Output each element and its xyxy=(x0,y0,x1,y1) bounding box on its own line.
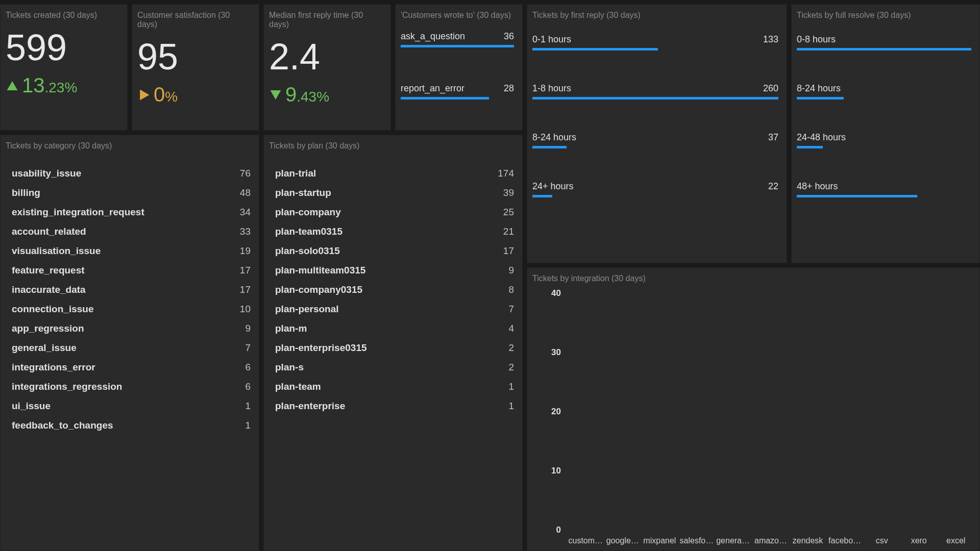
trend-value-frac: % xyxy=(165,90,178,104)
panel-by-category: Tickets by category (30 days) usability_… xyxy=(0,135,259,551)
list-label: usability_issue xyxy=(12,168,81,179)
list-row: plan-company25 xyxy=(264,203,522,222)
list-label: plan-enterprise xyxy=(275,400,345,412)
wrote-to-row: report_an_error28 xyxy=(396,81,522,113)
list-row: inaccurate_data17 xyxy=(1,280,259,299)
panel-title: Tickets by full resolve (30 days) xyxy=(792,5,979,24)
list-value: 10 xyxy=(240,304,251,315)
x-tick: mixpanel xyxy=(641,536,678,545)
list-label: plan-personal xyxy=(275,304,339,315)
bucket-row: 48+ hours xyxy=(792,179,979,228)
panel-tickets-created: Tickets created (30 days) 599 13.23% xyxy=(0,4,128,131)
x-tick: google… xyxy=(604,536,642,545)
list-value: 17 xyxy=(503,245,514,257)
list-label: integrations_error xyxy=(12,362,95,373)
panel-title: Tickets by category (30 days) xyxy=(1,135,259,155)
y-tick: 40 xyxy=(551,288,561,298)
list-label: plan-solo0315 xyxy=(275,245,340,257)
list-label: general_issue xyxy=(12,342,77,354)
list-value: 17 xyxy=(240,284,251,295)
list-label: account_related xyxy=(12,226,86,237)
list-value: 39 xyxy=(503,187,514,198)
bucket-row: 1-8 hours260 xyxy=(527,81,787,130)
x-tick: csv xyxy=(863,536,900,545)
trend: 13.23% xyxy=(1,66,127,95)
list-row: plan-personal7 xyxy=(264,299,522,319)
trend-value-frac: .43% xyxy=(297,90,329,104)
bucket-value: 22 xyxy=(768,181,778,192)
list-row: plan-multiteam03159 xyxy=(264,261,522,280)
x-tick: custom… xyxy=(567,536,604,545)
list-value: 8 xyxy=(508,284,514,295)
list-row: integrations_error6 xyxy=(1,358,259,377)
trend-value-int: 9 xyxy=(285,84,297,105)
panel-by-integration: Tickets by integration (30 days) 0102030… xyxy=(527,267,980,551)
stat-value: 599 xyxy=(1,24,127,66)
bar-value: 28 xyxy=(504,83,514,94)
bucket-row: 0-8 hours xyxy=(792,32,979,81)
y-tick: 0 xyxy=(556,525,561,535)
list-value: 6 xyxy=(245,381,251,392)
list-value: 19 xyxy=(240,245,251,257)
list-row: plan-team1 xyxy=(264,377,522,396)
x-tick: facebo… xyxy=(826,536,864,545)
x-tick: excel xyxy=(937,536,974,545)
list-value: 34 xyxy=(240,207,251,218)
y-tick: 30 xyxy=(551,347,561,358)
list-value: 1 xyxy=(508,381,514,392)
y-tick: 20 xyxy=(551,407,561,417)
x-tick: zendesk xyxy=(789,536,826,545)
bucket-label: 8-24 hours xyxy=(532,132,576,143)
bucket-label: 0-8 hours xyxy=(797,34,836,45)
list-row: plan-startup39 xyxy=(264,183,522,203)
bar-chart: 010203040 xyxy=(543,293,974,530)
y-tick: 10 xyxy=(551,466,561,476)
panel-title: Tickets by first reply (30 days) xyxy=(527,5,787,24)
bucket-row: 24+ hours22 xyxy=(527,179,787,228)
trend: 9.43% xyxy=(264,75,390,105)
bucket-label: 0-1 hours xyxy=(532,34,571,45)
bucket-row: 8-24 hours xyxy=(792,81,979,130)
list-value: 48 xyxy=(240,187,251,198)
list-row: ui_issue1 xyxy=(1,396,259,416)
panel-title: Tickets by plan (30 days) xyxy=(264,135,522,155)
list-row: plan-trial174 xyxy=(264,164,522,183)
panel-title: 'Customers wrote to' (30 days) xyxy=(396,5,522,24)
list-row: app_regression9 xyxy=(1,319,259,338)
list-label: existing_integration_request xyxy=(12,207,144,218)
list-label: plan-m xyxy=(275,323,307,334)
list-row: plan-enterprise1 xyxy=(264,396,522,416)
panel-title: Customer satisfaction (30 days) xyxy=(132,5,259,33)
bucket-row: 8-24 hours37 xyxy=(527,130,787,179)
list-value: 6 xyxy=(245,362,251,373)
list-value: 174 xyxy=(498,168,514,179)
wrote-to-row: ask_a_question36 xyxy=(396,29,522,61)
panel-first-reply: Median first reply time (30 days) 2.4 9.… xyxy=(263,4,391,131)
list-row: plan-team031521 xyxy=(264,222,522,241)
list-label: app_regression xyxy=(12,323,84,334)
list-row: plan-enterprise03152 xyxy=(264,338,522,358)
list-row: account_related33 xyxy=(1,222,259,241)
bar-value: 36 xyxy=(504,31,514,42)
panel-by-plan: Tickets by plan (30 days) plan-trial174p… xyxy=(263,135,523,551)
trend-value-frac: .23% xyxy=(45,81,78,95)
list-row: connection_issue10 xyxy=(1,299,259,319)
bucket-row: 0-1 hours133 xyxy=(527,32,787,81)
panel-title: Median first reply time (30 days) xyxy=(264,5,390,33)
bucket-label: 24+ hours xyxy=(532,181,574,192)
list-value: 9 xyxy=(245,323,251,334)
list-label: integrations_regression xyxy=(12,381,122,392)
list-value: 2 xyxy=(508,362,514,373)
list-row: billing48 xyxy=(1,183,259,203)
list-value: 33 xyxy=(240,226,251,237)
list-row: general_issue7 xyxy=(1,338,259,358)
list-label: feature_request xyxy=(12,265,85,276)
list-label: inaccurate_data xyxy=(12,284,86,295)
panel-title: Tickets by integration (30 days) xyxy=(527,268,979,287)
stat-value: 95 xyxy=(132,33,259,75)
list-label: visualisation_issue xyxy=(12,245,101,257)
list-value: 21 xyxy=(503,226,514,237)
x-tick: amazo… xyxy=(752,536,790,545)
panel-first-reply-buckets: Tickets by first reply (30 days) 0-1 hou… xyxy=(527,4,787,263)
bucket-value: 37 xyxy=(768,132,778,143)
